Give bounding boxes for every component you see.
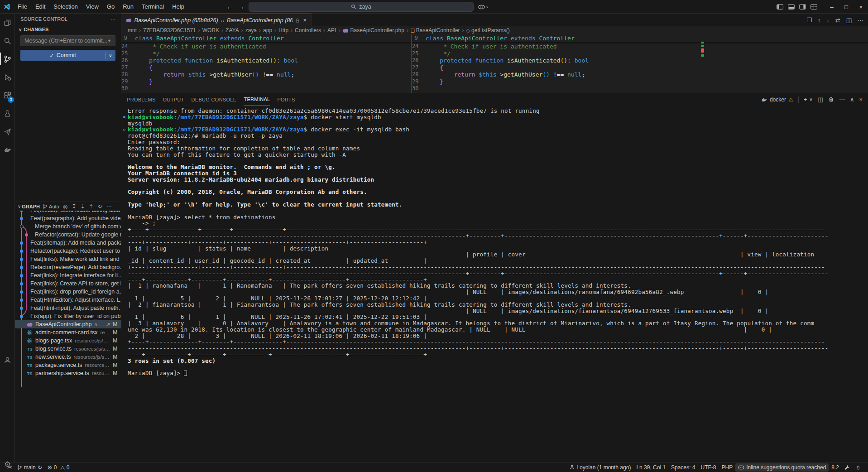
accounts-icon[interactable] <box>0 351 15 369</box>
open-file-icon[interactable]: ❐ <box>806 17 812 24</box>
commit-item[interactable]: Refactor(package): Redirect user to … <box>15 247 121 255</box>
open-file-icon[interactable]: ↗ <box>106 322 110 328</box>
minimize-button[interactable]: – <box>825 0 839 14</box>
close-panel-icon[interactable]: × <box>859 96 863 103</box>
maximize-button[interactable]: □ <box>839 0 854 14</box>
file-item-blogs-page.tsx[interactable]: blogs-page.tsxresources/js/page…M <box>15 337 121 345</box>
back-icon[interactable]: ← <box>225 3 234 10</box>
commit-button[interactable]: ✓ Commit ∨ <box>20 50 115 61</box>
menu-edit[interactable]: Edit <box>31 0 49 14</box>
file-item-admin-comment-card.tsx[interactable]: admin-comment-card.tsxresour…M <box>15 328 121 337</box>
commit-item[interactable]: Feat(links): Create API to store, get li… <box>15 279 121 288</box>
panel-tab-problems[interactable]: PROBLEMS <box>127 93 156 106</box>
file-item-partnership.service.ts[interactable]: TSpartnership.service.tsresources/…M <box>15 369 121 377</box>
commit-item[interactable]: Feat(html-input): Adjust paste meth… <box>15 304 121 312</box>
breadcrumb-item[interactable]: mnt <box>128 27 137 34</box>
more-actions-icon[interactable]: ⋯ <box>858 17 863 24</box>
notifications[interactable] <box>853 462 863 472</box>
fetch-icon[interactable]: ↧ <box>72 203 76 210</box>
commit-message-input[interactable]: Message (Ctrl+Enter to commit... ✦ <box>20 35 115 46</box>
panel-tab-terminal[interactable]: TERMINAL <box>244 93 270 106</box>
cursor-position[interactable]: Ln 39, Col 1 <box>633 462 668 472</box>
previous-change-icon[interactable]: ↑ <box>818 17 821 24</box>
breadcrumb-item[interactable]: BaseApiController.php <box>342 27 404 34</box>
commit-item[interactable]: Fix(app): Fix filter by user_id on publi… <box>15 312 121 320</box>
commit-item[interactable]: Feat(sitemap): Add media and packa… <box>15 239 121 247</box>
commit-item[interactable]: Feat(links): drop profile_id foreign a… <box>15 288 121 296</box>
commit-item[interactable]: Merge branch 'dev' of github.com:A… <box>15 222 121 231</box>
menu-terminal[interactable]: Terminal <box>138 0 168 14</box>
activity-item-containers[interactable] <box>0 140 15 159</box>
breadcrumb-item[interactable]: API <box>327 27 336 34</box>
menu-selection[interactable]: Selection <box>49 0 82 14</box>
file-item-new.service.ts[interactable]: TSnew.service.tsresources/js/servicesM <box>15 353 121 361</box>
breadcrumb-item[interactable]: 77EBAD932D6C1571 <box>143 27 196 34</box>
graph-section-header[interactable]: ∨ GRAPH Auto ◎↧⇣⇡↻⋯ <box>15 202 121 211</box>
more-icon[interactable]: ⋯ <box>106 203 111 210</box>
commit-item[interactable]: Feat(paragraphs): Add youtube video i… <box>15 214 121 222</box>
settings-gear-icon[interactable]: ⚙ <box>0 455 15 472</box>
activity-item-search[interactable] <box>0 32 15 50</box>
terminal-output[interactable]: Error response from daemon: container cf… <box>121 106 868 462</box>
more-icon[interactable]: ⋯ <box>839 96 845 103</box>
git-blame[interactable]: Loyolan (1 month ago) <box>567 462 633 472</box>
menu-run[interactable]: Run <box>119 0 138 14</box>
encoding[interactable]: UTF-8 <box>698 462 719 472</box>
breadcrumb-item[interactable]: zaya <box>245 27 257 34</box>
activity-item-source-control[interactable] <box>0 50 15 68</box>
target-icon[interactable]: ◎ <box>63 203 67 210</box>
next-change-icon[interactable]: ↓ <box>826 17 830 24</box>
commit-item[interactable]: Refactor(reviewPage): Add backgro… <box>15 263 121 271</box>
commit-item[interactable]: Feat(HtmlEditor): Adjust interface. L… <box>15 296 121 304</box>
command-center-search[interactable]: zaya <box>249 2 474 12</box>
breadcrumb-item[interactable]: app <box>263 27 272 34</box>
file-item-blog.service.ts[interactable]: TSblog.service.tsresources/js/servicesM <box>15 345 121 353</box>
file-item-package.service.ts[interactable]: TSpackage.service.tsresources/js/s…M <box>15 361 121 369</box>
new-terminal-icon[interactable]: + <box>804 96 807 103</box>
breadcrumb-item[interactable]: Controllers <box>295 27 321 34</box>
activity-item-publisher[interactable] <box>0 122 15 140</box>
activity-item-explorer[interactable] <box>0 14 15 32</box>
menu-file[interactable]: File <box>14 0 31 14</box>
maximize-panel-icon[interactable]: ∧ <box>850 96 854 103</box>
tools[interactable] <box>842 462 853 472</box>
panel-tab-output[interactable]: OUTPUT <box>163 93 184 106</box>
push-icon[interactable]: ⇡ <box>89 203 93 210</box>
menu-help[interactable]: Help <box>168 0 188 14</box>
breadcrumb-item[interactable]: ❑BaseApiController <box>411 27 460 34</box>
generate-commit-message-icon[interactable]: ✦ <box>107 38 111 44</box>
breadcrumb-item[interactable]: ZAYA <box>225 27 239 34</box>
close-button[interactable]: × <box>854 0 868 14</box>
activity-item-testing[interactable] <box>0 104 15 122</box>
toggle-panel-icon[interactable] <box>788 4 795 10</box>
menu-go[interactable]: Go <box>103 0 119 14</box>
customize-layout-icon[interactable] <box>810 4 817 10</box>
forward-icon[interactable]: → <box>237 3 246 10</box>
copilot-status[interactable]: Inline suggestions quota reached <box>735 463 829 472</box>
commit-item[interactable]: Feat(links): Integrate interface for li… <box>15 271 121 279</box>
commit-item[interactable]: Fix(media): Send locate during data fet… <box>15 211 121 214</box>
swap-sides-icon[interactable]: ⇄ <box>835 17 840 24</box>
graph-repo-picker[interactable]: Auto <box>43 204 59 209</box>
diff-editor[interactable]: 9class BaseApiController extends Control… <box>121 34 868 93</box>
changes-section-header[interactable]: ∨ CHANGES <box>15 24 121 34</box>
file-item-BaseApiController.php[interactable]: BaseApiController.phpapp/…↗M <box>15 320 121 328</box>
split-terminal-icon[interactable]: ◫ <box>818 96 823 103</box>
breadcrumb-item[interactable]: WORK <box>202 27 219 34</box>
terminal-profile-chip[interactable]: docker ⚠ <box>761 96 793 103</box>
diff-editor-tab[interactable]: BaseApiController.php (65b8d26) ↔ BaseAp… <box>121 14 312 26</box>
commit-dropdown-icon[interactable]: ∨ <box>106 53 115 58</box>
panel-tab-debug-console[interactable]: DEBUG CONSOLE <box>192 93 237 106</box>
problems-status[interactable]: ⊗0△0 <box>45 462 72 472</box>
toggle-sidebar-icon[interactable] <box>777 4 783 10</box>
breadcrumb-item[interactable]: Http <box>278 27 288 34</box>
language-mode[interactable]: PHP <box>719 462 735 472</box>
commit-item[interactable]: Refactor(contact): Update google re… <box>15 231 121 239</box>
menu-view[interactable]: View <box>82 0 103 14</box>
more-actions-icon[interactable]: ··· <box>110 16 115 22</box>
commit-item[interactable]: Feat(links): Make work add link and s… <box>15 255 121 263</box>
kill-terminal-icon[interactable] <box>828 96 834 102</box>
activity-item-extensions[interactable]: 3 <box>0 86 15 104</box>
close-tab-icon[interactable]: × <box>303 17 307 24</box>
branch-status[interactable]: main↻ <box>14 462 45 472</box>
